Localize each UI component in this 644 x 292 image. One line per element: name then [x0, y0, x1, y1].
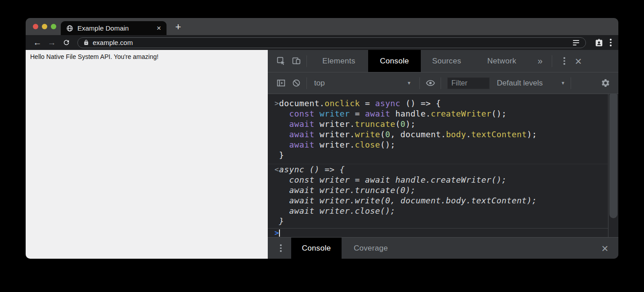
- result-arrow-icon: [268, 185, 279, 195]
- console-code-line: await writer.write(0, document.body.text…: [268, 129, 608, 139]
- page-text: Hello Native File System API. You're ama…: [26, 50, 268, 63]
- result-arrow-icon: [268, 206, 279, 216]
- console-code-line: }: [268, 216, 608, 226]
- tab-close-icon[interactable]: ×: [157, 24, 161, 32]
- devtools-drawer: Console Coverage ×: [268, 237, 618, 259]
- code-text: }: [279, 150, 284, 160]
- console-scrollbar[interactable]: [608, 94, 618, 237]
- scrollbar-thumb[interactable]: [609, 94, 617, 218]
- context-label: top: [314, 79, 325, 88]
- settings-gear-icon[interactable]: [598, 76, 613, 91]
- url-text: example.com: [93, 39, 573, 46]
- input-chevron-icon: >: [268, 98, 279, 108]
- content-area: Hello Native File System API. You're ama…: [26, 50, 618, 259]
- console-code-line: await writer.close();: [268, 206, 608, 216]
- separator: [306, 55, 307, 67]
- result-arrow-icon: <·: [268, 164, 279, 175]
- window-zoom-button[interactable]: [51, 24, 56, 29]
- devtools-menu-icon[interactable]: [559, 56, 569, 66]
- code-text: await writer.close();: [279, 206, 395, 216]
- code-text: const writer = await handle.createWriter…: [279, 108, 507, 119]
- drawer-tab-console[interactable]: Console: [291, 238, 342, 259]
- live-expression-eye-icon[interactable]: [423, 76, 438, 91]
- code-text: document.onclick = async () => {: [279, 98, 441, 108]
- browser-menu-icon[interactable]: [609, 38, 612, 48]
- browser-toolbar: ← → example.com: [26, 35, 618, 50]
- console-code-line: await writer.close();: [268, 139, 608, 150]
- new-tab-button[interactable]: +: [172, 21, 185, 33]
- tab-title: Example Domain: [77, 24, 157, 32]
- separator: [441, 77, 441, 89]
- code-text: const writer = await handle.createWriter…: [279, 175, 507, 185]
- input-chevron-icon: [268, 139, 279, 150]
- separator: [419, 77, 420, 89]
- result-arrow-icon: [268, 175, 279, 185]
- console-code-line: await writer.truncate(0);: [268, 119, 608, 129]
- tab-favicon-globe-icon: [66, 25, 73, 32]
- browser-window: Example Domain × + ← → example.com: [26, 18, 618, 259]
- code-text: }: [279, 216, 284, 226]
- clear-console-icon[interactable]: [288, 76, 304, 91]
- browser-tab[interactable]: Example Domain ×: [61, 21, 167, 35]
- devtools-close-icon[interactable]: ×: [569, 55, 587, 67]
- devtools-tabbar: Elements Console Sources Network » ×: [268, 50, 618, 72]
- tab-network[interactable]: Network: [473, 50, 531, 72]
- device-toolbar-icon[interactable]: [288, 54, 304, 69]
- lock-icon: [83, 40, 89, 45]
- result-arrow-icon: [268, 216, 279, 226]
- tab-sources[interactable]: Sources: [421, 50, 473, 72]
- code-text: await writer.truncate(0);: [279, 185, 415, 195]
- console-code-line: >document.onclick = async () => {: [268, 98, 608, 108]
- screen: Example Domain × + ← → example.com: [0, 0, 644, 292]
- drawer-close-icon[interactable]: ×: [596, 243, 614, 254]
- code-text: async () => {: [279, 164, 345, 175]
- prompt-chevron-icon: >: [268, 229, 279, 237]
- console-code-line: const writer = await handle.createWriter…: [268, 175, 608, 185]
- console-toolbar: top ▼ Default levels ▼: [268, 72, 618, 94]
- log-levels-dropdown[interactable]: Default levels ▼: [497, 79, 565, 88]
- drawer-tab-coverage[interactable]: Coverage: [342, 238, 400, 259]
- console-sidebar-icon[interactable]: [273, 76, 288, 91]
- inspect-element-icon[interactable]: [273, 54, 288, 69]
- window-titlebar: Example Domain × +: [26, 18, 618, 35]
- more-tabs-icon[interactable]: »: [531, 56, 549, 66]
- filter-input[interactable]: [447, 77, 490, 89]
- chevron-down-icon: ▼: [407, 81, 411, 85]
- console-code-line: <·async () => {: [268, 164, 608, 175]
- console-code-line: const writer = await handle.createWriter…: [268, 108, 608, 119]
- reading-list-icon[interactable]: [573, 40, 579, 45]
- devtools-panel: Elements Console Sources Network » ×: [268, 50, 618, 259]
- code-text: await writer.write(0, document.body.text…: [279, 195, 537, 206]
- input-chevron-icon: [268, 129, 279, 139]
- reload-button[interactable]: [60, 37, 72, 49]
- code-text: await writer.write(0, document.body.text…: [279, 129, 537, 139]
- code-text: await writer.truncate(0);: [279, 119, 415, 129]
- console-prompt[interactable]: >: [268, 228, 608, 237]
- levels-label: Default levels: [497, 79, 543, 88]
- console-code-line: await writer.truncate(0);: [268, 185, 608, 195]
- address-bar[interactable]: example.com: [77, 37, 586, 48]
- page-viewport: Hello Native File System API. You're ama…: [26, 50, 268, 259]
- chevron-down-icon: ▼: [561, 81, 565, 85]
- traffic-lights: [33, 24, 56, 29]
- context-selector[interactable]: top ▼: [310, 79, 417, 88]
- separator: [571, 77, 571, 89]
- profile-icon[interactable]: [594, 38, 604, 48]
- input-chevron-icon: [268, 119, 279, 129]
- separator: [552, 55, 552, 67]
- tab-elements[interactable]: Elements: [310, 50, 368, 72]
- tab-console[interactable]: Console: [368, 50, 421, 72]
- code-text: await writer.close();: [279, 139, 395, 150]
- back-button[interactable]: ←: [32, 37, 43, 49]
- console-entries: >document.onclick = async () => { const …: [268, 94, 618, 228]
- text-cursor: [279, 229, 280, 237]
- window-minimize-button[interactable]: [42, 24, 47, 29]
- console-log-area: >document.onclick = async () => { const …: [268, 94, 618, 237]
- forward-button[interactable]: →: [46, 37, 58, 49]
- input-chevron-icon: [268, 150, 279, 160]
- window-close-button[interactable]: [33, 24, 38, 29]
- drawer-menu-icon[interactable]: [276, 243, 286, 253]
- separator: [306, 77, 307, 89]
- console-entry-result: <·async () => { const writer = await han…: [268, 164, 608, 226]
- console-code-line: await writer.write(0, document.body.text…: [268, 195, 608, 206]
